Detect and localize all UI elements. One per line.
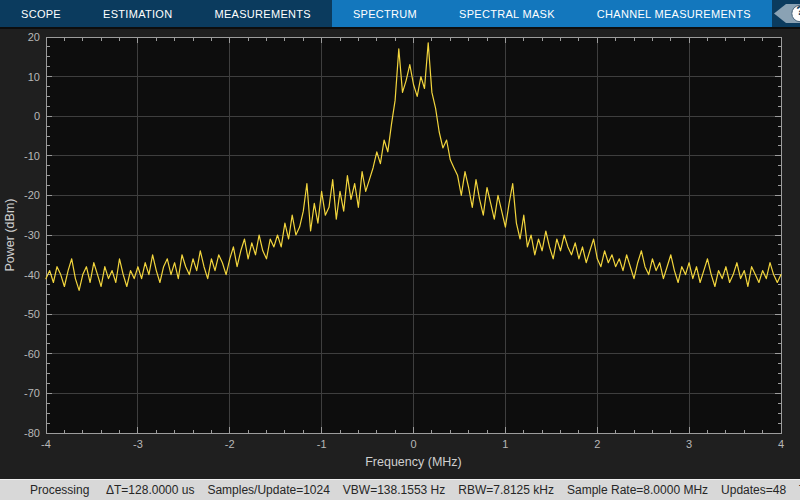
- tab-scope[interactable]: SCOPE: [0, 0, 82, 27]
- toolstrip-tabbar: SCOPE ESTIMATION MEASUREMENTS SPECTRUM S…: [0, 0, 800, 29]
- svg-text:2: 2: [594, 438, 600, 450]
- status-item: Samples/Update=1024: [207, 483, 329, 497]
- svg-text:0: 0: [34, 110, 40, 122]
- svg-text:-10: -10: [24, 150, 40, 162]
- svg-text:-50: -50: [24, 308, 40, 320]
- svg-text:-60: -60: [24, 348, 40, 360]
- tab-measurements[interactable]: MEASUREMENTS: [193, 0, 332, 27]
- status-item: ΔT=128.0000 us: [106, 483, 194, 497]
- spectrum-plot: -4-3-2-10123420100-10-20-30-40-50-60-70-…: [0, 29, 800, 479]
- status-state: Processing: [30, 483, 106, 497]
- svg-text:3: 3: [686, 438, 692, 450]
- svg-text:-4: -4: [41, 438, 51, 450]
- tab-spectrum[interactable]: SPECTRUM: [332, 0, 438, 27]
- status-items: ΔT=128.0000 usSamples/Update=1024VBW=138…: [106, 483, 800, 497]
- status-item: VBW=138.1553 Hz: [343, 483, 445, 497]
- svg-text:-1: -1: [317, 438, 327, 450]
- svg-text:-70: -70: [24, 387, 40, 399]
- help-button[interactable]: ?: [772, 0, 800, 27]
- svg-text:-30: -30: [24, 229, 40, 241]
- tab-spectral-mask[interactable]: SPECTRAL MASK: [438, 0, 576, 27]
- svg-text:0: 0: [410, 438, 416, 450]
- svg-text:20: 20: [28, 31, 40, 43]
- spectrum-analyzer-figure: -4-3-2-10123420100-10-20-30-40-50-60-70-…: [0, 29, 800, 479]
- y-tick-labels: 20100-10-20-30-40-50-60-70-80: [24, 31, 40, 439]
- active-tab-group: SPECTRUM SPECTRAL MASK CHANNEL MEASUREME…: [332, 0, 772, 27]
- status-bar: Processing ΔT=128.0000 usSamples/Update=…: [0, 479, 800, 500]
- tab-channel-measurements[interactable]: CHANNEL MEASUREMENTS: [576, 0, 772, 27]
- svg-text:1: 1: [502, 438, 508, 450]
- svg-text:4: 4: [778, 438, 784, 450]
- svg-text:10: 10: [28, 71, 40, 83]
- svg-text:-3: -3: [133, 438, 143, 450]
- svg-text:-2: -2: [225, 438, 235, 450]
- tab-estimation[interactable]: ESTIMATION: [82, 0, 193, 27]
- y-axis-label: Power (dBm): [3, 199, 17, 272]
- svg-text:-40: -40: [24, 269, 40, 281]
- status-item: Sample Rate=8.0000 MHz: [567, 483, 708, 497]
- x-tick-labels: -4-3-2-101234: [41, 438, 784, 450]
- svg-text:-80: -80: [24, 427, 40, 439]
- status-item: RBW=7.8125 kHz: [458, 483, 554, 497]
- help-question-mark: ?: [794, 4, 800, 18]
- status-item: Updates=48: [721, 483, 786, 497]
- x-axis-label: Frequency (MHz): [365, 455, 462, 469]
- svg-text:-20: -20: [24, 189, 40, 201]
